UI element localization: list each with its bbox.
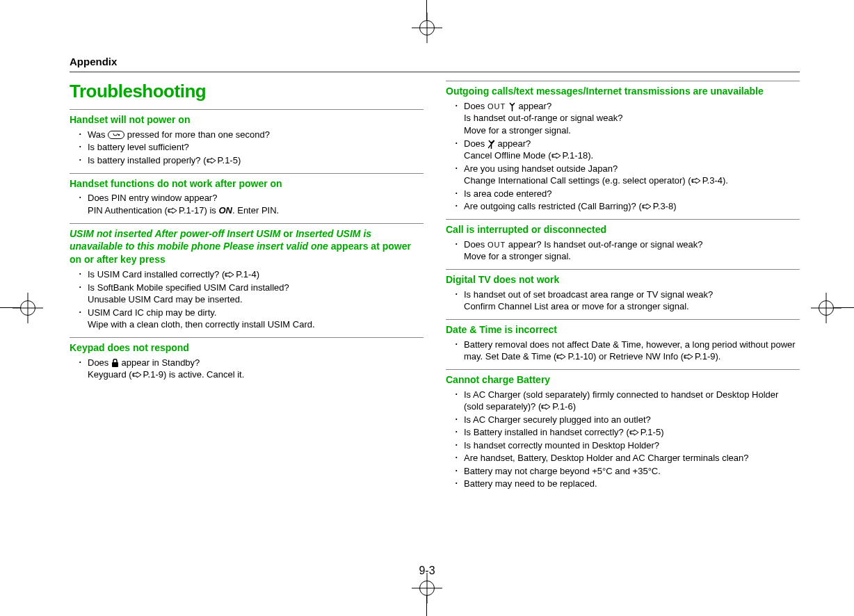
- list-item: Is handset correctly mounted in Desktop …: [457, 439, 800, 452]
- pointing-hand-icon: [207, 157, 218, 165]
- troubleshoot-section: Digital TV does not workIs handset out o…: [446, 269, 800, 319]
- header-appendix: Appendix: [70, 56, 800, 72]
- list-item: Does appear?Cancel Offline Mode (P.1-18)…: [457, 138, 800, 162]
- troubleshoot-section: Handset will not power onWas pressed for…: [70, 109, 424, 173]
- page-content: Appendix Troubleshooting Handset will no…: [70, 56, 800, 496]
- section-heading: Call is interrupted or disconnected: [446, 223, 800, 236]
- troubleshoot-section: Cannot charge BatteryIs AC Charger (sold…: [446, 369, 800, 496]
- list-item-sub: PIN Authentication (P.1-17) is ON. Enter…: [88, 204, 424, 217]
- pointing-hand-icon: [132, 371, 143, 379]
- list-item: Does OUT appear?Is handset out-of-range …: [457, 100, 800, 137]
- svg-rect-0: [108, 131, 124, 139]
- pointing-hand-icon: [551, 152, 563, 160]
- list-item: Is battery installed properly? (P.1-5): [81, 154, 424, 167]
- list-item: Is handset out of set broadcast area ran…: [457, 289, 800, 313]
- pointing-hand-icon: [541, 403, 552, 411]
- list-item: Is USIM Card installed correctly? (P.1-4…: [81, 268, 424, 281]
- section-list: Was pressed for more than one second?Is …: [70, 129, 424, 167]
- troubleshoot-section: Date & Time is incorrectBattery removal …: [446, 319, 800, 369]
- section-heading: USIM not inserted After power-off Insert…: [70, 227, 424, 267]
- section-list: Does appear in Standby?Keyguard (P.1-9) …: [70, 357, 424, 381]
- antenna-icon: [508, 102, 516, 111]
- list-item: Was pressed for more than one second?: [81, 129, 424, 141]
- pointing-hand-icon: [642, 203, 653, 211]
- list-item: Are handset, Battery, Desktop Holder and…: [457, 452, 800, 464]
- list-item-sub: Change International Call settings (e.g.…: [464, 175, 800, 187]
- list-item: Is area code entered?: [457, 188, 800, 200]
- section-heading: Handset will not power on: [70, 113, 424, 127]
- pointing-hand-icon: [629, 429, 640, 437]
- list-item: Battery may need to be replaced.: [457, 478, 800, 490]
- section-heading: Outgoing calls/text messages/Internet tr…: [446, 85, 800, 98]
- section-list: Is AC Charger (sold separately) firmly c…: [446, 389, 800, 490]
- section-list: Is USIM Card installed correctly? (P.1-4…: [70, 268, 424, 331]
- list-item-sub: Cancel Offline Mode (P.1-18).: [464, 149, 800, 162]
- svg-rect-2: [112, 362, 118, 367]
- section-heading: Cannot charge Battery: [446, 373, 800, 387]
- page-number: 9-3: [419, 565, 435, 577]
- troubleshoot-section: Call is interrupted or disconnectedDoes …: [446, 219, 800, 269]
- list-item: Is SoftBank Mobile specified USIM Card i…: [81, 282, 424, 306]
- list-item: Is AC Charger (sold separately) firmly c…: [457, 389, 800, 413]
- section-list: Battery removal does not affect Date & T…: [446, 339, 800, 363]
- list-item: Is battery level sufficient?: [81, 141, 424, 154]
- two-column-layout: Troubleshooting Handset will not power o…: [70, 81, 800, 496]
- list-item-sub: Unusable USIM Card may be inserted.: [88, 293, 424, 306]
- right-column: Outgoing calls/text messages/Internet tr…: [446, 81, 800, 496]
- pointing-hand-icon: [556, 353, 567, 361]
- list-item: Does appear in Standby?Keyguard (P.1-9) …: [81, 357, 424, 381]
- out-of-range-icon: OUT: [488, 103, 506, 111]
- antenna-offline-icon: [488, 140, 495, 149]
- list-item-sub: Confirm Channel List area or move for a …: [464, 300, 800, 313]
- list-item-sub: Is handset out-of-range or signal weak?M…: [464, 112, 800, 136]
- list-item: Is Battery installed in handset correctl…: [457, 426, 800, 439]
- section-heading: Keypad does not respond: [70, 341, 424, 355]
- section-heading: Handset functions do not work after powe…: [70, 177, 424, 191]
- pointing-hand-icon: [225, 271, 236, 279]
- list-item: Does PIN entry window appear?PIN Authent…: [81, 192, 424, 216]
- list-item: Battery removal does not affect Date & T…: [457, 339, 800, 363]
- section-list: Does OUT appear?Is handset out-of-range …: [446, 100, 800, 213]
- out-of-range-icon: OUT: [488, 241, 506, 249]
- svg-point-1: [118, 134, 120, 136]
- list-item-sub: Keyguard (P.1-9) is active. Cancel it.: [88, 368, 424, 381]
- lock-icon: [111, 359, 119, 368]
- section-heading: Date & Time is incorrect: [446, 323, 800, 337]
- list-item: Is AC Charger securely plugged into an o…: [457, 414, 800, 426]
- list-item: Does OUT appear? Is handset out-of-range…: [457, 238, 800, 263]
- troubleshoot-section: Keypad does not respondDoes appear in St…: [70, 337, 424, 387]
- pointing-hand-icon: [684, 353, 695, 361]
- troubleshoot-section: USIM not inserted After power-off Insert…: [70, 223, 424, 337]
- list-item: Are you using handset outside Japan?Chan…: [457, 163, 800, 187]
- troubleshoot-section: Outgoing calls/text messages/Internet tr…: [446, 81, 800, 219]
- pointing-hand-icon: [168, 207, 179, 215]
- list-item: Are outgoing calls restricted (Call Barr…: [457, 200, 800, 213]
- section-list: Is handset out of set broadcast area ran…: [446, 289, 800, 313]
- section-heading: Digital TV does not work: [446, 273, 800, 286]
- section-list: Does PIN entry window appear?PIN Authent…: [70, 192, 424, 216]
- pointing-hand-icon: [691, 177, 702, 185]
- list-item-sub: Wipe with a clean cloth, then correctly …: [88, 318, 424, 331]
- section-list: Does OUT appear? Is handset out-of-range…: [446, 238, 800, 263]
- left-column: Troubleshooting Handset will not power o…: [70, 81, 424, 496]
- power-key-icon: [108, 131, 124, 139]
- list-item-sub: Move for a stronger signal.: [464, 250, 800, 263]
- list-item: USIM Card IC chip may be dirty.Wipe with…: [81, 307, 424, 331]
- page-title: Troubleshooting: [70, 81, 424, 102]
- list-item: Battery may not charge beyond +5°C and +…: [457, 465, 800, 478]
- troubleshoot-section: Handset functions do not work after powe…: [70, 173, 424, 223]
